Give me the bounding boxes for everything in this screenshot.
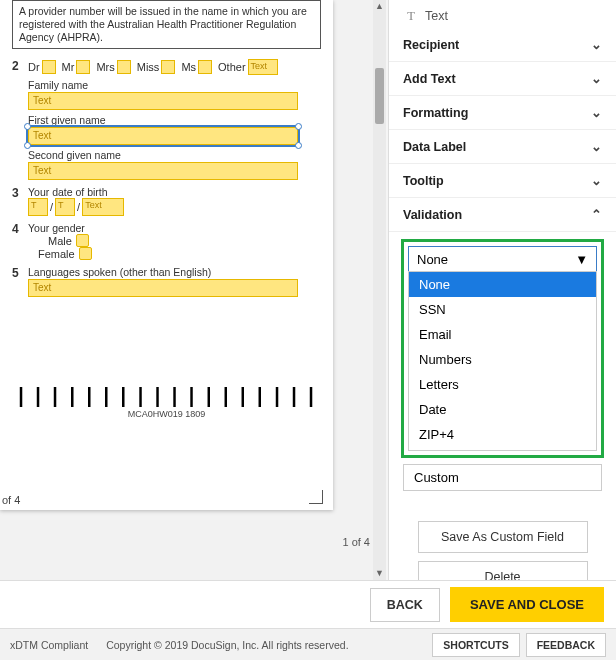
dob-month-field[interactable]: T (55, 198, 75, 216)
section-label: Validation (403, 208, 462, 222)
second-name-field[interactable]: Text (28, 162, 298, 180)
languages-field[interactable]: Text (28, 279, 298, 297)
title-checkbox[interactable] (198, 60, 212, 74)
first-name-field[interactable]: Text (28, 127, 298, 145)
female-radio[interactable] (79, 247, 92, 260)
section-label: Formatting (403, 106, 468, 120)
section-formatting[interactable]: Formatting⌄ (389, 96, 616, 130)
section-label: Tooltip (403, 174, 444, 188)
chevron-down-icon: ⌄ (591, 105, 602, 120)
section-label: Add Text (403, 72, 456, 86)
title-label: Mr (62, 61, 75, 73)
dropdown-caret-icon: ▼ (575, 252, 588, 267)
validation-option[interactable]: Date (409, 397, 596, 422)
q-num: 4 (12, 222, 28, 260)
footer: xDTM Compliant Copyright © 2019 DocuSign… (0, 628, 616, 660)
validation-body: None ▼ None SSN Email Numbers Letters Da… (389, 232, 616, 607)
field-placeholder: Text (33, 130, 51, 141)
male-radio[interactable] (76, 234, 89, 247)
resize-handle[interactable] (24, 142, 31, 149)
title-options: Dr Mr Mrs Miss Ms OtherText (28, 59, 321, 75)
section-recipient[interactable]: Recipient⌄ (389, 28, 616, 62)
field-type-label: Text (425, 9, 448, 23)
document-canvas: A provider number will be issued in the … (0, 0, 386, 580)
save-custom-field-button[interactable]: Save As Custom Field (418, 521, 588, 553)
validation-custom[interactable]: Custom (403, 464, 602, 491)
title-label: Other (218, 61, 246, 73)
section-add-text[interactable]: Add Text⌄ (389, 62, 616, 96)
feedback-button[interactable]: FEEDBACK (526, 633, 606, 657)
languages-label: Languages spoken (other than English) (28, 266, 321, 278)
date-sep: / (50, 201, 53, 213)
title-label: Mrs (96, 61, 114, 73)
validation-option[interactable]: ZIP+4 (409, 422, 596, 447)
page-of-label: of 4 (0, 490, 22, 510)
section-data-label[interactable]: Data Label⌄ (389, 130, 616, 164)
validation-select[interactable]: None ▼ (408, 246, 597, 272)
shortcuts-button[interactable]: SHORTCUTS (432, 633, 519, 657)
resize-handle[interactable] (295, 142, 302, 149)
text-icon: T (403, 9, 419, 24)
gender-label: Your gender (28, 222, 321, 234)
family-name-label: Family name (28, 79, 321, 91)
scroll-down-icon[interactable]: ▼ (373, 567, 386, 580)
section-tooltip[interactable]: Tooltip⌄ (389, 164, 616, 198)
scroll-up-icon[interactable]: ▲ (373, 0, 386, 13)
page-corner-mark (309, 490, 323, 504)
note-box: A provider number will be issued in the … (12, 0, 321, 49)
dob-day-field[interactable]: T (28, 198, 48, 216)
scrollbar[interactable]: ▲ ▼ (373, 0, 386, 580)
barcode-text: MCA0HW019 1809 (12, 409, 321, 419)
title-checkbox[interactable] (161, 60, 175, 74)
save-and-close-button[interactable]: SAVE AND CLOSE (450, 587, 604, 622)
validation-option[interactable]: ZIP (409, 447, 596, 451)
title-checkbox[interactable] (117, 60, 131, 74)
validation-selected: None (417, 252, 448, 267)
properties-panel: TText Recipient⌄ Add Text⌄ Formatting⌄ D… (388, 0, 616, 580)
scroll-thumb[interactable] (375, 68, 384, 124)
title-checkbox[interactable] (76, 60, 90, 74)
section-label: Recipient (403, 38, 459, 52)
title-checkbox[interactable] (42, 60, 56, 74)
field-type-row: TText (389, 0, 616, 28)
validation-option[interactable]: Letters (409, 372, 596, 397)
barcode: ||||||||||||||||||||||||||||||||||||||||… (12, 387, 321, 407)
validation-dropdown: None SSN Email Numbers Letters Date ZIP+… (408, 271, 597, 451)
chevron-down-icon: ⌄ (591, 71, 602, 86)
title-label: Dr (28, 61, 40, 73)
copyright-label: Copyright © 2019 DocuSign, Inc. All righ… (106, 639, 348, 651)
document-page: A provider number will be issued in the … (0, 0, 333, 510)
chevron-up-icon: ⌃ (591, 207, 602, 222)
validation-highlight: None ▼ None SSN Email Numbers Letters Da… (401, 239, 604, 458)
title-label: Ms (181, 61, 196, 73)
family-name-field[interactable]: Text (28, 92, 298, 110)
female-label: Female (38, 248, 75, 260)
validation-option[interactable]: SSN (409, 297, 596, 322)
first-name-label: First given name (28, 114, 321, 126)
page-counter: 1 of 4 (342, 536, 370, 548)
other-title-field[interactable]: Text (248, 59, 278, 75)
section-label: Data Label (403, 140, 466, 154)
resize-handle[interactable] (295, 123, 302, 130)
date-sep: / (77, 201, 80, 213)
q-num: 3 (12, 186, 28, 216)
validation-option[interactable]: Numbers (409, 347, 596, 372)
chevron-down-icon: ⌄ (591, 173, 602, 188)
q-num: 5 (12, 266, 28, 297)
validation-option[interactable]: Email (409, 322, 596, 347)
dob-label: Your date of birth (28, 186, 321, 198)
validation-option[interactable]: None (409, 272, 596, 297)
second-name-label: Second given name (28, 149, 321, 161)
chevron-down-icon: ⌄ (591, 139, 602, 154)
compliance-label: xDTM Compliant (10, 639, 88, 651)
title-label: Miss (137, 61, 160, 73)
chevron-down-icon: ⌄ (591, 37, 602, 52)
resize-handle[interactable] (24, 123, 31, 130)
section-validation[interactable]: Validation⌃ (389, 198, 616, 232)
dob-year-field[interactable]: Text (82, 198, 124, 216)
back-button[interactable]: BACK (370, 588, 440, 622)
action-bar: BACK SAVE AND CLOSE (0, 580, 616, 628)
q-num: 2 (12, 59, 28, 180)
male-label: Male (48, 235, 72, 247)
